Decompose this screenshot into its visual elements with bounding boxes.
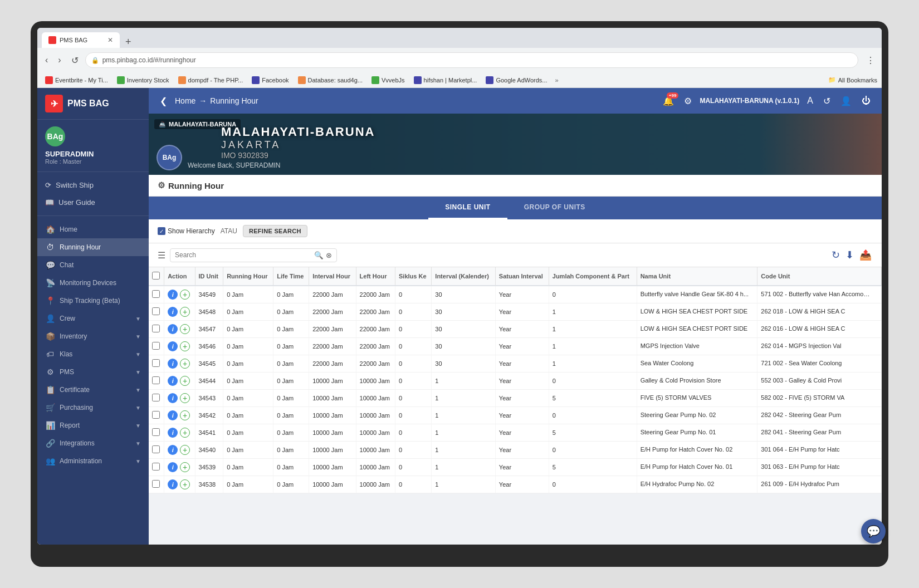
bookmark-inventory[interactable]: Inventory Stock xyxy=(114,75,173,85)
add-btn-0[interactable]: + xyxy=(180,290,190,300)
refresh-btn[interactable]: ↺ xyxy=(68,53,82,68)
tab-single-unit[interactable]: SINGLE UNIT xyxy=(428,197,507,219)
sidebar-item-inventory[interactable]: 📦 Inventory ▼ xyxy=(37,327,149,345)
notification-btn[interactable]: 🔔 +99 xyxy=(661,94,676,109)
sidebar-item-administration[interactable]: 👥 Administration ▼ xyxy=(37,452,149,470)
export-btn[interactable]: 📤 xyxy=(858,248,873,262)
info-btn-0[interactable]: i xyxy=(168,290,178,300)
show-hierarchy-checkbox[interactable]: ✓ xyxy=(158,227,165,235)
sidebar-item-report[interactable]: 📊 Report ▼ xyxy=(37,416,149,434)
add-btn-7[interactable]: + xyxy=(180,410,190,420)
back-home-btn[interactable]: ❮ xyxy=(158,94,169,109)
info-btn-10[interactable]: i xyxy=(168,462,178,472)
info-btn-6[interactable]: i xyxy=(168,393,178,403)
breadcrumb-home[interactable]: Home xyxy=(175,96,195,105)
info-btn-2[interactable]: i xyxy=(168,324,178,334)
back-btn[interactable]: ‹ xyxy=(42,53,51,67)
tab-group-units[interactable]: GROUP OF UNITS xyxy=(507,197,602,219)
download-btn[interactable]: ⬇ xyxy=(844,248,855,262)
row-checkbox-7[interactable] xyxy=(152,411,160,419)
info-btn-1[interactable]: i xyxy=(168,307,178,317)
switch-ship-item[interactable]: ⟳ Switch Ship xyxy=(37,177,149,194)
row-checkbox-cell xyxy=(149,390,164,407)
sidebar-item-purchasing[interactable]: 🛒 Purchasing ▼ xyxy=(37,399,149,416)
bookmark-dompdf[interactable]: dompdf - The PHP... xyxy=(175,75,247,85)
active-tab[interactable]: PMS BAG ✕ xyxy=(42,32,120,48)
row-checkbox-10[interactable] xyxy=(152,463,160,471)
refresh-app-btn[interactable]: ↺ xyxy=(821,94,833,109)
refine-search-btn[interactable]: REFINE SEARCH xyxy=(243,225,307,237)
sidebar-item-crew[interactable]: 👤 Crew ▼ xyxy=(37,310,149,327)
bookmark-hifshan[interactable]: hifshan | Marketpl... xyxy=(410,75,481,85)
bookmark-google-ads[interactable]: Google AdWords... xyxy=(482,75,550,85)
add-btn-8[interactable]: + xyxy=(180,428,190,438)
search-btn[interactable]: 🔍 xyxy=(314,251,324,259)
sidebar-item-integrations[interactable]: 🔗 Integrations ▼ xyxy=(37,434,149,452)
search-input[interactable] xyxy=(175,251,312,259)
add-btn-9[interactable]: + xyxy=(180,445,190,455)
bookmark-database[interactable]: Database: saud4g... xyxy=(295,75,366,85)
add-btn-4[interactable]: + xyxy=(180,359,190,369)
all-bookmarks-btn[interactable]: 📁 All Bookmarks xyxy=(828,76,877,84)
more-bookmarks[interactable]: » xyxy=(555,77,559,84)
row-checkbox-6[interactable] xyxy=(152,394,160,401)
profile-btn[interactable]: 👤 xyxy=(838,94,854,109)
row-nama-6: FIVE (5) STORM VALVES xyxy=(637,390,757,407)
new-tab-btn[interactable]: + xyxy=(121,36,136,48)
sidebar-item-pms[interactable]: ⚙ PMS ▼ xyxy=(37,363,149,381)
table-filter-btn[interactable]: ☰ xyxy=(158,250,165,261)
row-checkbox-8[interactable] xyxy=(152,428,160,436)
sidebar-item-certificate[interactable]: 📋 Certificate ▼ xyxy=(37,381,149,399)
info-btn-4[interactable]: i xyxy=(168,359,178,369)
address-bar[interactable]: 🔒 pms.pinbag.co.id/#/runninghour xyxy=(85,52,858,68)
user-guide-item[interactable]: 📖 User Guide xyxy=(37,194,149,211)
row-checkbox-4[interactable] xyxy=(152,359,160,367)
add-btn-10[interactable]: + xyxy=(180,462,190,472)
add-btn-1[interactable]: + xyxy=(180,307,190,317)
add-btn-6[interactable]: + xyxy=(180,393,190,403)
row-left-hour-9: 10000 Jam xyxy=(356,442,395,459)
bookmark-eventbrite[interactable]: Eventbrite - My Ti... xyxy=(42,75,111,85)
sidebar-item-home[interactable]: 🏠 Home xyxy=(37,220,149,238)
info-btn-9[interactable]: i xyxy=(168,445,178,455)
select-all-checkbox[interactable] xyxy=(152,272,160,280)
settings-btn[interactable]: ⚙ xyxy=(682,94,694,109)
info-btn-3[interactable]: i xyxy=(168,341,178,351)
add-btn-5[interactable]: + xyxy=(180,376,190,386)
bookmark-vvvebjs[interactable]: VvvebJs xyxy=(368,75,408,85)
show-hierarchy-label[interactable]: ✓ Show Hierarchy xyxy=(158,227,215,235)
sidebar-item-monitoring[interactable]: 📡 Monitoring Devices xyxy=(37,274,149,292)
add-btn-2[interactable]: + xyxy=(180,324,190,334)
info-btn-11[interactable]: i xyxy=(168,479,178,489)
info-btn-7[interactable]: i xyxy=(168,410,178,420)
sidebar-item-klas[interactable]: 🏷 Klas ▼ xyxy=(37,345,149,363)
action-btns-11: i + xyxy=(168,479,191,489)
extensions-btn[interactable]: ⋮ xyxy=(864,53,877,68)
sidebar-item-chat[interactable]: 💬 Chat xyxy=(37,256,149,274)
tab-close-btn[interactable]: ✕ xyxy=(107,36,113,44)
bookmarks-bar: Eventbrite - My Ti... Inventory Stock do… xyxy=(37,72,882,88)
bookmark-facebook[interactable]: Facebook xyxy=(248,75,292,85)
clear-search-btn[interactable]: ⊗ xyxy=(326,251,332,259)
add-btn-11[interactable]: + xyxy=(180,479,190,489)
row-id-1: 34548 xyxy=(195,303,223,321)
row-checkbox-3[interactable] xyxy=(152,342,160,350)
sidebar-item-ship-tracking[interactable]: 📍 Ship Tracking (Beta) xyxy=(37,292,149,310)
row-checkbox-2[interactable] xyxy=(152,325,160,332)
float-action-btn[interactable]: 💬 xyxy=(861,519,886,543)
row-checkbox-5[interactable] xyxy=(152,376,160,384)
row-checkbox-0[interactable] xyxy=(152,290,160,298)
row-interval-hour-2: 22000 Jam xyxy=(309,321,356,338)
add-btn-3[interactable]: + xyxy=(180,341,190,351)
row-checkbox-1[interactable] xyxy=(152,307,160,315)
translate-btn[interactable]: A xyxy=(805,94,815,108)
info-btn-5[interactable]: i xyxy=(168,376,178,386)
forward-btn[interactable]: › xyxy=(55,53,64,67)
table-row: i + 34546 0 Jam 0 Jam 22000 Jam 22000 Ja… xyxy=(149,338,882,355)
sidebar-item-running-hour[interactable]: ⏱ Running Hour xyxy=(37,238,149,256)
row-checkbox-11[interactable] xyxy=(152,480,160,488)
logout-btn[interactable]: ⏻ xyxy=(859,94,873,108)
row-checkbox-9[interactable] xyxy=(152,445,160,453)
info-btn-8[interactable]: i xyxy=(168,428,178,438)
refresh-table-btn[interactable]: ↻ xyxy=(830,248,841,262)
